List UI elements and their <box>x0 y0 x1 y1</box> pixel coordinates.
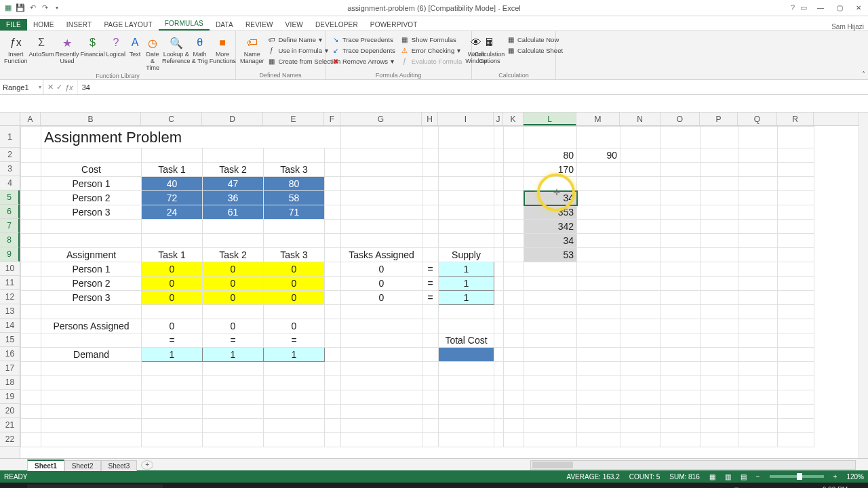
formula-input[interactable]: 34 <box>78 80 868 94</box>
col-header[interactable]: F <box>324 113 340 125</box>
explorer-icon[interactable]: 📁 <box>335 484 358 488</box>
view-normal-icon[interactable]: ▦ <box>709 473 715 481</box>
tab-home[interactable]: HOME <box>27 19 60 30</box>
calendar-icon[interactable]: 📅 <box>237 484 260 488</box>
cell[interactable]: 0 <box>203 277 264 291</box>
tab-data[interactable]: DATA <box>210 19 239 30</box>
cell[interactable]: 34 <box>524 234 577 248</box>
view-break-icon[interactable]: ▤ <box>741 473 747 481</box>
cell[interactable]: Person 3 <box>41 291 142 305</box>
row-header[interactable]: 11 <box>0 276 20 290</box>
cell[interactable]: 170 <box>524 163 577 177</box>
col-header[interactable]: E <box>263 113 324 125</box>
row-header[interactable]: 2 <box>0 148 20 162</box>
col-header[interactable]: A <box>20 113 41 125</box>
cell[interactable]: Person 1 <box>41 177 142 191</box>
cell[interactable]: 1 <box>203 348 264 362</box>
firefox-icon[interactable]: ◉ <box>262 484 285 488</box>
math-trig-button[interactable]: θMath & Trig <box>192 33 208 65</box>
lookup-reference-button[interactable]: 🔍Lookup & Reference <box>162 33 191 65</box>
autosum-button[interactable]: ΣAutoSum <box>29 33 54 58</box>
col-header[interactable]: C <box>141 113 202 125</box>
row-header[interactable]: 8 <box>0 233 20 247</box>
accept-formula-icon[interactable]: ✓ <box>56 83 62 92</box>
cell[interactable]: Task 1 <box>142 248 203 262</box>
text-button[interactable]: AText <box>127 33 143 58</box>
app-icon[interactable]: ◆ <box>481 484 505 488</box>
redo-icon[interactable]: ↷ <box>39 3 50 14</box>
cell[interactable]: = <box>422 262 439 277</box>
row-header[interactable]: 1 <box>0 126 20 148</box>
start-button[interactable]: ⊞ <box>3 484 26 488</box>
col-header[interactable]: B <box>41 113 141 125</box>
row-header[interactable]: 21 <box>0 418 20 432</box>
calc-options-button[interactable]: 🖩Calculation Options <box>476 33 503 65</box>
trace-precedents-button[interactable]: ↘Trace Precedents <box>330 35 397 44</box>
col-header[interactable]: K <box>503 113 524 125</box>
cell[interactable]: 0 <box>142 262 203 277</box>
vertical-scrollbar[interactable] <box>859 113 868 458</box>
recently-used-button[interactable]: ★Recently Used <box>56 33 79 65</box>
cell[interactable]: Task 3 <box>264 248 325 262</box>
sheet-tab[interactable]: Sheet1 <box>27 460 64 471</box>
cell[interactable]: Task 1 <box>142 163 203 177</box>
tab-view[interactable]: VIEW <box>279 19 309 30</box>
cell[interactable]: Cost <box>41 163 142 177</box>
sheet-tab[interactable]: Sheet2 <box>64 460 101 471</box>
cell[interactable]: Persons Assigned <box>41 319 142 333</box>
name-box[interactable]: Range1▾ <box>0 80 43 94</box>
cell[interactable]: Person 1 <box>41 262 142 277</box>
row-header[interactable]: 12 <box>0 290 20 304</box>
cell[interactable] <box>439 348 494 362</box>
cell[interactable]: 24 <box>142 205 203 220</box>
evaluate-formula-button[interactable]: ƒEvaluate Formula <box>399 56 464 66</box>
cell[interactable]: 0 <box>142 291 203 305</box>
calc-sheet-button[interactable]: ▦Calculate Sheet <box>505 45 565 55</box>
tab-formulas[interactable]: FORMULAS <box>159 18 210 30</box>
zoom-level[interactable]: 120% <box>846 473 864 481</box>
row-header[interactable]: 16 <box>0 347 20 361</box>
cell[interactable]: 40 <box>142 177 203 191</box>
col-header[interactable]: L <box>524 113 576 125</box>
remove-arrows-button[interactable]: ✖Remove Arrows ▾ <box>330 56 397 66</box>
zoom-slider[interactable] <box>770 475 824 478</box>
cell[interactable]: Supply <box>439 248 494 262</box>
cell[interactable]: 0 <box>142 319 203 333</box>
cell[interactable]: = <box>264 333 325 348</box>
app-icon[interactable]: ◆ <box>457 484 480 488</box>
cell[interactable]: 0 <box>341 262 422 277</box>
col-header[interactable]: Q <box>738 113 777 125</box>
chrome-icon[interactable]: ◉ <box>189 484 212 488</box>
calc-now-button[interactable]: ▦Calculate Now <box>505 35 565 44</box>
fx-icon[interactable]: ƒx <box>65 83 73 92</box>
spreadsheet-grid[interactable]: A B C D E F G H I J K L M N O P Q R 1 2 … <box>0 113 868 458</box>
col-header[interactable]: R <box>777 113 814 125</box>
cell[interactable]: Person 2 <box>41 277 142 291</box>
row-header[interactable]: 18 <box>0 375 20 390</box>
name-manager-button[interactable]: 🏷Name Manager <box>240 33 264 65</box>
sheet-title[interactable]: Assignment Problem <box>41 127 341 148</box>
more-functions-button[interactable]: ■More Functions <box>210 33 236 65</box>
word-icon[interactable]: ▦ <box>408 484 431 488</box>
cell[interactable]: Tasks Assigned <box>341 248 422 262</box>
row-header[interactable]: 7 <box>0 219 20 233</box>
add-sheet-button[interactable]: + <box>141 460 153 470</box>
cell[interactable]: 47 <box>203 177 264 191</box>
cell[interactable]: 71 <box>264 205 325 220</box>
cell[interactable]: Total Cost <box>439 333 494 348</box>
cell[interactable]: 0 <box>264 319 325 333</box>
col-header[interactable]: O <box>660 113 700 125</box>
cell[interactable]: 0 <box>142 277 203 291</box>
date-time-button[interactable]: ◷Date & Time <box>144 33 161 72</box>
minimize-button[interactable]: — <box>812 2 829 14</box>
horizontal-scrollbar[interactable] <box>530 460 856 470</box>
cell[interactable]: = <box>422 291 439 305</box>
col-header[interactable]: P <box>700 113 738 125</box>
cell[interactable]: = <box>203 333 264 348</box>
chevron-down-icon[interactable]: ▾ <box>39 84 41 90</box>
col-header[interactable]: G <box>340 113 422 125</box>
tab-insert[interactable]: INSERT <box>60 19 98 30</box>
cell[interactable]: Assignment <box>41 248 142 262</box>
row-header[interactable]: 6 <box>0 205 20 219</box>
cell[interactable]: 72 <box>142 191 203 205</box>
